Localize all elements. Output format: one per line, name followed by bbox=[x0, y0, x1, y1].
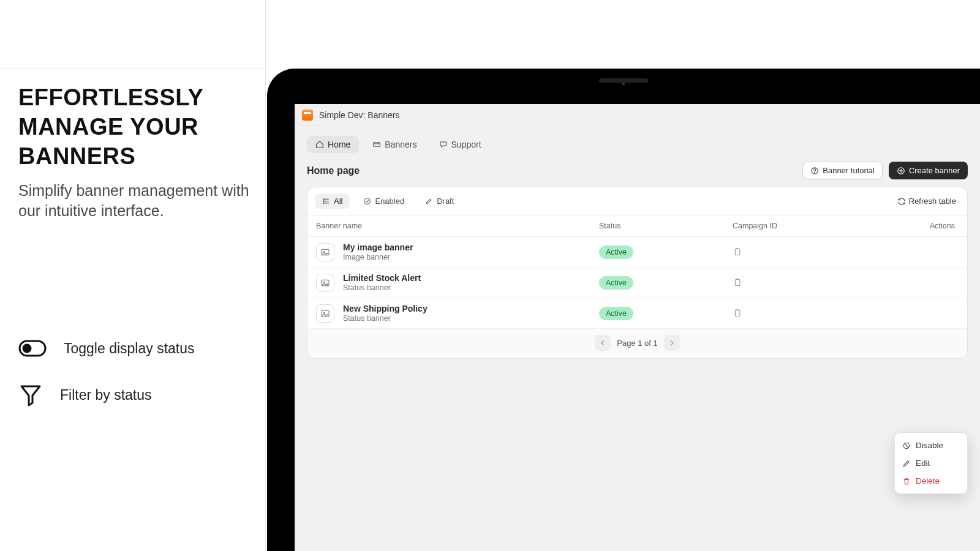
svg-rect-18 bbox=[735, 310, 740, 317]
refresh-table-button[interactable]: Refresh table bbox=[894, 194, 960, 208]
refresh-icon bbox=[897, 197, 905, 205]
help-icon bbox=[810, 167, 819, 175]
filter-enabled[interactable]: Enabled bbox=[356, 193, 412, 209]
filter-draft[interactable]: Draft bbox=[418, 193, 461, 209]
ctx-label: Delete bbox=[916, 476, 940, 485]
divider bbox=[265, 0, 266, 551]
tab-label: Support bbox=[451, 140, 481, 149]
row-campaign-id[interactable] bbox=[733, 278, 855, 287]
disable-icon bbox=[902, 441, 911, 450]
svg-point-7 bbox=[323, 201, 324, 201]
banners-icon bbox=[372, 140, 381, 149]
svg-rect-2 bbox=[374, 143, 380, 147]
plus-circle-icon bbox=[897, 167, 905, 175]
feature-label: Filter by status bbox=[60, 387, 152, 403]
button-label: Create banner bbox=[909, 166, 960, 175]
filter-row: All Enabled Draft bbox=[307, 187, 967, 216]
marketing-panel: EFFORTLESSLY MANAGE YOUR BANNERS Simplif… bbox=[0, 0, 265, 551]
image-thumb-icon bbox=[316, 243, 334, 261]
app-icon bbox=[302, 110, 313, 121]
svg-point-6 bbox=[323, 199, 324, 200]
tab-support[interactable]: Support bbox=[431, 136, 490, 153]
status-badge: Active bbox=[599, 246, 633, 259]
tab-banners[interactable]: Banners bbox=[364, 136, 425, 153]
row-subtitle: Status banner bbox=[343, 314, 599, 323]
table-row[interactable]: Limited Stock Alert Status banner Active bbox=[307, 268, 967, 298]
header-actions: Banner tutorial Create banner bbox=[802, 162, 968, 179]
window-topbar: Simple Dev: Banners bbox=[295, 104, 980, 126]
ctx-label: Edit bbox=[916, 459, 930, 468]
tab-label: Home bbox=[328, 140, 350, 149]
ctx-edit[interactable]: Edit bbox=[895, 454, 967, 472]
home-icon bbox=[315, 140, 324, 149]
window-title: Simple Dev: Banners bbox=[319, 110, 400, 120]
ctx-delete[interactable]: Delete bbox=[895, 472, 967, 490]
page-indicator: Page 1 of 1 bbox=[617, 339, 658, 348]
row-status: Active bbox=[599, 276, 733, 290]
row-subtitle: Image banner bbox=[343, 253, 599, 261]
row-status: Active bbox=[599, 307, 733, 320]
table-header: Banner name Status Campaign ID Actions bbox=[307, 216, 967, 237]
row-title: New Shipping Policy bbox=[343, 304, 599, 313]
refresh-label: Refresh table bbox=[909, 197, 956, 206]
toggle-icon bbox=[18, 340, 47, 357]
headline: EFFORTLESSLY MANAGE YOUR BANNERS bbox=[18, 83, 251, 171]
col-campaign: Campaign ID bbox=[733, 222, 855, 230]
row-name: My image banner Image banner bbox=[343, 242, 599, 261]
feature-label: Toggle display status bbox=[64, 340, 195, 357]
feature-filter: Filter by status bbox=[18, 383, 152, 407]
subheadline: Simplify banner management with our intu… bbox=[18, 181, 257, 221]
col-actions: Actions bbox=[855, 222, 959, 230]
status-badge: Active bbox=[599, 307, 633, 320]
edit-icon bbox=[425, 197, 433, 205]
laptop-notch bbox=[599, 78, 648, 83]
support-icon bbox=[439, 140, 448, 149]
ctx-label: Disable bbox=[916, 441, 943, 450]
status-badge: Active bbox=[599, 276, 633, 290]
col-status: Status bbox=[599, 222, 733, 230]
image-thumb-icon bbox=[316, 304, 334, 323]
filter-all[interactable]: All bbox=[315, 193, 350, 209]
filter-label: All bbox=[334, 197, 342, 206]
svg-point-8 bbox=[323, 203, 324, 203]
app-screen: Simple Dev: Banners Home Banners Suppo bbox=[295, 104, 980, 551]
svg-rect-15 bbox=[735, 280, 740, 286]
divider bbox=[0, 69, 265, 69]
filter-label: Draft bbox=[437, 197, 454, 206]
tab-home[interactable]: Home bbox=[307, 136, 359, 153]
banners-table-card: All Enabled Draft bbox=[307, 187, 968, 359]
page-next-button[interactable] bbox=[664, 335, 680, 351]
svg-rect-12 bbox=[735, 249, 740, 255]
row-campaign-id[interactable] bbox=[733, 247, 855, 257]
svg-point-9 bbox=[364, 198, 371, 204]
row-subtitle: Status banner bbox=[343, 283, 599, 292]
row-title: Limited Stock Alert bbox=[343, 273, 599, 283]
trash-icon bbox=[902, 477, 911, 485]
image-thumb-icon bbox=[316, 274, 334, 292]
laptop-camera bbox=[622, 83, 625, 85]
laptop-frame: Simple Dev: Banners Home Banners Suppo bbox=[267, 69, 980, 551]
row-campaign-id[interactable] bbox=[733, 309, 855, 318]
banner-tutorial-button[interactable]: Banner tutorial bbox=[802, 162, 883, 179]
create-banner-button[interactable]: Create banner bbox=[889, 162, 968, 179]
svg-point-1 bbox=[23, 345, 31, 352]
pagination: Page 1 of 1 bbox=[307, 329, 967, 358]
row-context-menu: Disable Edit Delete bbox=[894, 432, 968, 494]
page-prev-button[interactable] bbox=[595, 335, 611, 351]
nav-tabs: Home Banners Support bbox=[295, 126, 980, 153]
list-icon bbox=[322, 197, 330, 205]
feature-toggle: Toggle display status bbox=[18, 340, 195, 357]
funnel-icon bbox=[18, 383, 43, 407]
table-row[interactable]: My image banner Image banner Active bbox=[307, 237, 967, 268]
filter-label: Enabled bbox=[375, 197, 404, 206]
check-icon bbox=[363, 197, 371, 205]
row-name: New Shipping Policy Status banner bbox=[343, 304, 599, 323]
table-row[interactable]: New Shipping Policy Status banner Active bbox=[307, 298, 967, 329]
row-title: My image banner bbox=[343, 242, 599, 252]
col-name: Banner name bbox=[316, 222, 599, 230]
button-label: Banner tutorial bbox=[823, 166, 875, 175]
pencil-icon bbox=[902, 459, 911, 468]
tab-label: Banners bbox=[385, 140, 417, 149]
ctx-disable[interactable]: Disable bbox=[895, 437, 967, 454]
page-header: Home page Banner tutorial Create banner bbox=[295, 153, 980, 187]
